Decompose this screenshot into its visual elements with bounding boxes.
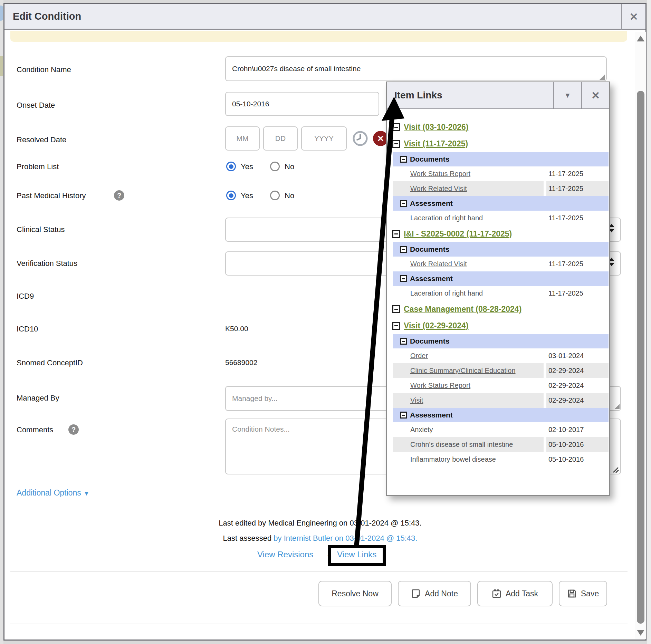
collapse-category-icon[interactable] (400, 246, 407, 253)
resize-grip-icon[interactable] (611, 465, 620, 474)
background-page-right (647, 0, 651, 644)
problem-list-label: Problem List (17, 162, 59, 171)
resolved-month-input[interactable] (225, 126, 260, 151)
resolved-year-input[interactable] (301, 126, 347, 151)
collapse-category-icon[interactable] (400, 275, 407, 282)
icd9-label: ICD9 (17, 292, 34, 301)
document-link[interactable]: Work Status Report (393, 378, 544, 393)
tree-category-row[interactable]: Documents (393, 242, 609, 257)
help-icon[interactable]: ? (114, 190, 124, 201)
close-icon[interactable]: ✕ (622, 4, 645, 30)
tree-item-row[interactable]: Anxiety 02-10-2017 (393, 422, 609, 437)
clinical-status-label: Clinical Status (17, 225, 65, 234)
injury-illness-link[interactable]: I&I - S2025-0002 (11-17-2025) (404, 229, 512, 239)
tree-item-row[interactable]: Laceration of right hand 11-17-2025 (393, 286, 609, 301)
document-link[interactable]: Clinic Summary/Clinical Education (393, 363, 544, 378)
tree-item-row[interactable]: Inflammatory bowel disease 05-10-2016 (393, 452, 609, 467)
resize-grip-icon[interactable] (614, 404, 620, 409)
collapse-node-icon[interactable] (392, 322, 400, 330)
verification-status-label: Verification Status (17, 259, 77, 268)
collapse-category-icon[interactable] (400, 200, 407, 207)
collapse-node-icon[interactable] (392, 305, 400, 313)
tree-category-row[interactable]: Documents (393, 334, 609, 348)
last-assessed-prefix: Last assessed (223, 534, 274, 542)
condition-name-input[interactable] (225, 56, 607, 81)
document-link[interactable]: Work Status Report (393, 166, 544, 181)
document-link[interactable]: Work Related Visit (393, 257, 544, 271)
help-icon[interactable]: ? (68, 424, 79, 435)
scrollbar-thumb[interactable] (637, 91, 644, 624)
collapse-node-icon[interactable] (392, 140, 400, 148)
document-link[interactable]: Work Related Visit (393, 181, 544, 196)
collapse-category-icon[interactable] (400, 156, 407, 163)
visit-link[interactable]: Visit (11-17-2025) (404, 139, 468, 148)
resolved-day-input[interactable] (263, 126, 298, 151)
visit-link[interactable]: Visit (03-10-2026) (404, 123, 469, 132)
item-links-header[interactable]: Item Links ▼ ✕ (387, 82, 609, 109)
tree-root-node[interactable]: Visit (02-29-2024) (387, 317, 609, 334)
tree-item-row[interactable]: Order 03-01-2024 (393, 348, 609, 363)
additional-options-link[interactable]: Additional Options ▼ (17, 488, 90, 498)
resize-grip-icon[interactable] (600, 75, 605, 80)
problem-list-yes-radio[interactable] (226, 162, 236, 171)
collapse-panel-icon[interactable]: ▼ (553, 82, 581, 108)
pmh-yes-radio[interactable] (226, 191, 236, 200)
scroll-up-icon[interactable] (637, 36, 644, 41)
onset-date-input[interactable] (225, 92, 379, 116)
last-edited-text: Last edited by Medical Engineering on 03… (4, 519, 636, 528)
collapse-category-icon[interactable] (400, 412, 407, 419)
pmh-no-radio[interactable] (270, 191, 280, 200)
scroll-down-icon[interactable] (637, 630, 644, 636)
condition-name-label: Condition Name (17, 65, 71, 74)
tree-category-row[interactable]: Assessment (393, 196, 609, 211)
close-panel-icon[interactable]: ✕ (581, 82, 609, 108)
tree-item-row[interactable]: Work Status Report 02-29-2024 (393, 378, 609, 393)
tree-item-row[interactable]: Laceration of right hand 11-17-2025 (393, 211, 609, 225)
tree-category-row[interactable]: Documents (393, 152, 609, 166)
collapse-node-icon[interactable] (392, 123, 400, 131)
tree-item-row[interactable]: Visit 02-29-2024 (393, 393, 609, 408)
collapse-category-icon[interactable] (400, 338, 407, 345)
tree-item-row[interactable]: Clinic Summary/Clinical Education 02-29-… (393, 363, 609, 378)
tree-item-row[interactable]: Crohn's disease of small intestine 05-10… (393, 437, 609, 452)
case-management-link[interactable]: Case Management (08-28-2024) (404, 305, 521, 314)
tree-item-row[interactable]: Work Status Report 11-17-2025 (393, 166, 609, 181)
tree-root-node[interactable]: Case Management (08-28-2024) (387, 301, 609, 317)
tree-root-node[interactable]: Visit (03-10-2026) (387, 119, 609, 135)
tree-root-node[interactable]: I&I - S2025-0002 (11-17-2025) (387, 225, 609, 242)
visit-link[interactable]: Visit (02-29-2024) (404, 321, 469, 330)
document-link[interactable]: Order (393, 348, 544, 363)
category-label: Documents (410, 155, 449, 163)
item-date: 05-10-2016 (546, 452, 609, 467)
add-note-button[interactable]: Add Note (398, 581, 471, 606)
save-button[interactable]: Save (559, 581, 607, 606)
view-revisions-link[interactable]: View Revisions (257, 550, 313, 559)
tree-category-row[interactable]: Assessment (393, 408, 609, 422)
tree-item-row[interactable]: Work Related Visit 11-17-2025 (393, 181, 609, 196)
background-page-left (0, 0, 3, 644)
screen: Edit Condition ✕ Condition Name Onset Da… (0, 0, 651, 644)
additional-options-text: Additional Options (17, 488, 81, 497)
item-date: 02-29-2024 (546, 393, 609, 408)
last-assessed-link[interactable]: by Internist Butler on 03-01-2024 @ 15:4… (274, 534, 415, 542)
collapse-node-icon[interactable] (392, 230, 400, 238)
item-date: 11-17-2025 (546, 257, 609, 271)
tree-item-row[interactable]: Work Related Visit 11-17-2025 (393, 257, 609, 271)
last-assessed-suffix: . (415, 534, 417, 542)
item-date: 11-17-2025 (546, 166, 609, 181)
clock-icon[interactable] (352, 131, 368, 146)
managed-by-label: Managed By (17, 394, 59, 403)
tree-category-row[interactable]: Assessment (393, 271, 609, 286)
item-date: 02-29-2024 (546, 378, 609, 393)
tree-root-node[interactable]: Visit (11-17-2025) (387, 135, 609, 152)
problem-list-no-radio[interactable] (270, 162, 280, 171)
category-label: Assessment (410, 411, 453, 419)
add-task-button[interactable]: Add Task (477, 581, 553, 606)
last-assessed-text: Last assessed by Internist Butler on 03-… (4, 534, 636, 543)
icd10-value: K50.00 (225, 325, 248, 333)
resolve-now-button[interactable]: Resolve Now (318, 581, 392, 606)
comments-label: Comments (17, 425, 53, 434)
document-link[interactable]: Visit (393, 393, 544, 408)
item-links-tree: Visit (03-10-2026) Visit (11-17-2025) Do… (387, 109, 609, 467)
category-label: Assessment (410, 199, 453, 208)
